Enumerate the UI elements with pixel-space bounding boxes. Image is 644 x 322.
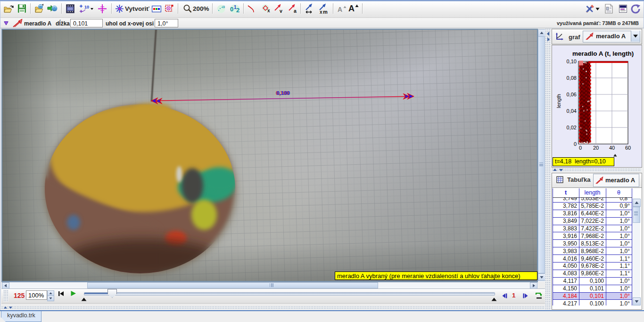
svg-text:40: 40 xyxy=(609,145,615,151)
svg-text:0,08: 0,08 xyxy=(567,75,577,81)
svg-text:x: x xyxy=(320,9,322,14)
svg-text:0,10: 0,10 xyxy=(567,59,577,64)
svg-text:v: v xyxy=(280,8,282,14)
svg-text:m: m xyxy=(323,9,328,14)
svg-text:x: x xyxy=(267,8,270,13)
svg-text:0: 0 xyxy=(574,141,577,147)
svg-text:60: 60 xyxy=(625,145,631,151)
svg-text:0,04: 0,04 xyxy=(567,108,577,114)
svg-text:length: length xyxy=(556,94,561,108)
svg-text:0,02: 0,02 xyxy=(567,125,577,130)
svg-text:a: a xyxy=(294,8,297,14)
svg-text:meradlo A (t, length): meradlo A (t, length) xyxy=(572,50,634,57)
svg-text:10: 10 xyxy=(84,5,89,9)
svg-text:0,06: 0,06 xyxy=(567,92,577,97)
svg-text:2: 2 xyxy=(236,7,239,14)
svg-text:20: 20 xyxy=(593,145,599,151)
svg-text:0: 0 xyxy=(230,6,233,13)
svg-text:0,100: 0,100 xyxy=(276,90,290,96)
svg-text:0: 0 xyxy=(579,145,582,151)
